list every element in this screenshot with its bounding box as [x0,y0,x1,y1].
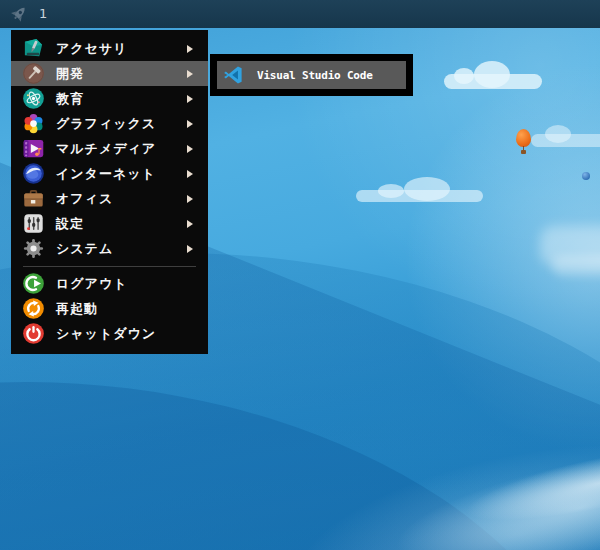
settings-icon [21,212,45,236]
menu-item-label: ログアウト [56,275,193,293]
menu-item-label: マルチメディア [56,140,187,158]
menu-item-label: 再起動 [56,300,193,318]
small-balloon [582,172,590,180]
menu-item-vscode[interactable]: Visual Studio Code [217,61,406,89]
menu-item-internet[interactable]: インターネット [11,161,208,186]
education-icon [21,87,45,111]
submenu-arrow-icon [187,45,193,53]
development-icon [21,62,45,86]
submenu-item-label: Visual Studio Code [257,69,373,82]
menu-item-label: 開発 [56,65,187,83]
submenu-arrow-icon [187,220,193,228]
cloud [356,190,483,202]
menu-item-education[interactable]: 教育 [11,86,208,111]
submenu-arrow-icon [187,95,193,103]
menu-item-multimedia[interactable]: マルチメディア [11,136,208,161]
menu-item-label: インターネット [56,165,187,183]
menu-item-office[interactable]: オフィス [11,186,208,211]
cloud [531,134,600,147]
submenu-arrow-icon [187,170,193,178]
menu-item-graphics[interactable]: グラフィックス [11,111,208,136]
screen: 1 アクセサリ [0,0,600,550]
development-submenu: Visual Studio Code [210,54,413,96]
menu-item-label: 設定 [56,215,187,233]
menu-item-shutdown[interactable]: シャットダウン [11,321,208,346]
multimedia-icon [21,137,45,161]
submenu-arrow-icon [187,195,193,203]
graphics-icon [21,112,45,136]
menu-item-label: システム [56,240,187,258]
submenu-arrow-icon [187,245,193,253]
menu-item-restart[interactable]: 再起動 [11,296,208,321]
workspace-indicator[interactable]: 1 [39,0,47,28]
menu-item-accessories[interactable]: アクセサリ [11,36,208,61]
submenu-arrow-icon [187,70,193,78]
menu-item-development[interactable]: 開発 [11,61,208,86]
office-icon [21,187,45,211]
vscode-icon [222,64,244,86]
logout-icon [21,272,45,296]
rocket-icon [8,4,29,25]
accessories-icon [21,37,45,61]
menu-item-settings[interactable]: 設定 [11,211,208,236]
cloud [444,74,542,89]
shutdown-icon [21,322,45,346]
menu-item-label: 教育 [56,90,187,108]
menu-item-label: グラフィックス [56,115,187,133]
menu-item-label: オフィス [56,190,187,208]
submenu-arrow-icon [187,145,193,153]
restart-icon [21,297,45,321]
cloud [552,256,600,276]
menu-item-logout[interactable]: ログアウト [11,271,208,296]
menu-separator [23,266,196,267]
applications-menu: アクセサリ 開発 [11,30,208,354]
internet-icon [21,162,45,186]
menu-item-system[interactable]: システム [11,236,208,261]
hot-air-balloon [516,129,531,156]
taskbar: 1 [0,0,600,28]
submenu-arrow-icon [187,120,193,128]
menu-item-label: アクセサリ [56,40,187,58]
menu-item-label: シャットダウン [56,325,193,343]
system-icon [21,237,45,261]
